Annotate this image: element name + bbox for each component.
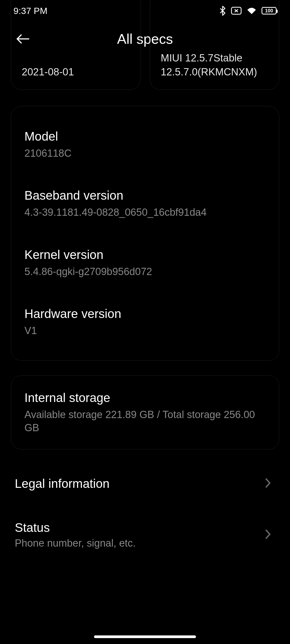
- miui-version-line2: 12.5.7.0(RKMCNXM): [161, 65, 269, 79]
- spec-model-value: 2106118C: [24, 147, 266, 160]
- spec-kernel[interactable]: Kernel version 5.4.86-qgki-g2709b956d072: [24, 247, 266, 278]
- status-sub: Phone number, signal, etc.: [15, 537, 265, 549]
- spec-hardware-value: V1: [24, 324, 266, 337]
- spec-model-label: Model: [24, 129, 266, 144]
- chevron-right-icon: [265, 529, 271, 541]
- spec-kernel-label: Kernel version: [24, 247, 266, 262]
- spec-model[interactable]: Model 2106118C: [24, 129, 266, 160]
- spec-baseband[interactable]: Baseband version 4.3-39.1181.49-0828_065…: [24, 188, 266, 219]
- specs-card: Model 2106118C Baseband version 4.3-39.1…: [11, 106, 279, 361]
- security-patch-value: 2021-08-01: [22, 65, 129, 79]
- spec-baseband-label: Baseband version: [24, 188, 266, 203]
- storage-value: Available storage 221.89 GB / Total stor…: [24, 408, 266, 435]
- legal-information-item[interactable]: Legal information: [11, 464, 279, 503]
- content: 2021-08-01 MIUI 12.5.7Stable 12.5.7.0(RK…: [0, 0, 290, 561]
- storage-card[interactable]: Internal storage Available storage 221.8…: [11, 375, 279, 450]
- storage-label: Internal storage: [24, 390, 266, 405]
- status-label: Status: [15, 520, 265, 535]
- chevron-right-icon: [265, 478, 271, 489]
- spec-kernel-value: 5.4.86-qgki-g2709b956d072: [24, 265, 266, 278]
- security-patch-card[interactable]: 2021-08-01: [11, 0, 140, 90]
- legal-label: Legal information: [15, 476, 265, 491]
- miui-version-line1: MIUI 12.5.7Stable: [161, 51, 269, 65]
- spec-baseband-value: 4.3-39.1181.49-0828_0650_16cbf91da4: [24, 206, 266, 219]
- home-indicator[interactable]: [94, 635, 196, 638]
- spec-hardware[interactable]: Hardware version V1: [24, 306, 266, 337]
- status-item[interactable]: Status Phone number, signal, etc.: [11, 508, 279, 561]
- miui-version-card[interactable]: MIUI 12.5.7Stable 12.5.7.0(RKMCNXM): [150, 0, 280, 90]
- spec-hardware-label: Hardware version: [24, 306, 266, 321]
